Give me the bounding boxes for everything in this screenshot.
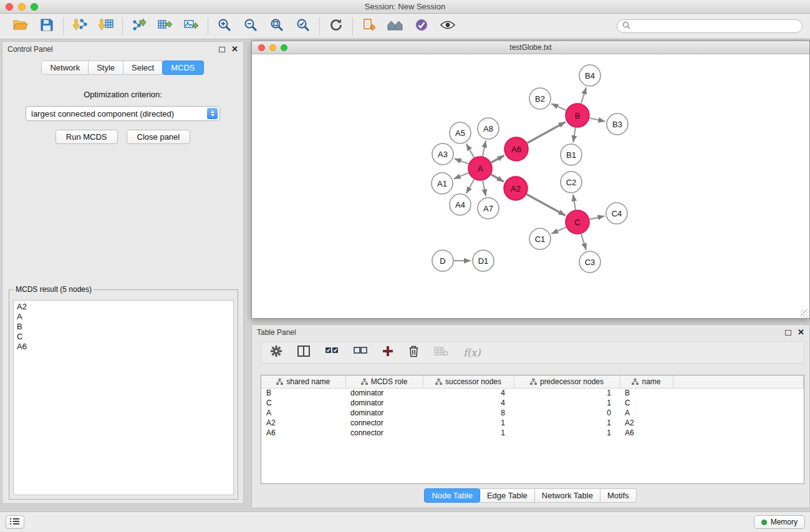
delete-column-button[interactable] xyxy=(408,345,419,360)
close-panel-button[interactable]: Close panel xyxy=(127,130,191,144)
graph-node-A6[interactable]: A6 xyxy=(504,137,528,161)
import-network-button[interactable] xyxy=(67,16,93,37)
column-header-name[interactable]: name xyxy=(620,375,673,388)
table-options-button[interactable] xyxy=(434,346,448,359)
tab-style[interactable]: Style xyxy=(88,60,123,75)
graph-edge-A-A3[interactable] xyxy=(455,158,469,164)
run-mcds-button[interactable]: Run MCDS xyxy=(55,130,118,144)
column-header-shared-name[interactable]: shared name xyxy=(261,375,345,388)
graph-node-B1[interactable]: B1 xyxy=(561,144,582,165)
minimize-window-button[interactable] xyxy=(18,3,26,11)
export-image-button[interactable] xyxy=(178,16,205,37)
show-panel-list-button[interactable] xyxy=(6,515,24,529)
zoom-out-button[interactable] xyxy=(238,16,264,37)
tab-edge-table[interactable]: Edge Table xyxy=(480,488,535,503)
column-header-successor-nodes[interactable]: successor nodes xyxy=(423,375,514,388)
tab-select[interactable]: Select xyxy=(123,60,163,75)
open-session-button[interactable] xyxy=(7,16,34,37)
refresh-button[interactable] xyxy=(323,16,349,37)
memory-button[interactable]: Memory xyxy=(754,515,805,529)
network-zoom-button[interactable] xyxy=(281,44,287,51)
table-row[interactable]: Cdominator41C xyxy=(261,398,804,408)
mcds-result-item[interactable]: A xyxy=(17,312,230,322)
zoom-window-button[interactable] xyxy=(31,3,38,11)
graph-node-A2[interactable]: A2 xyxy=(504,177,528,200)
graph-node-B3[interactable]: B3 xyxy=(607,114,628,135)
graph-edge-A-A1[interactable] xyxy=(454,173,469,178)
show-hide-button[interactable] xyxy=(435,16,461,37)
table-row[interactable]: A6connector11A6 xyxy=(261,428,804,438)
graph-node-B2[interactable]: B2 xyxy=(529,88,551,109)
close-table-panel-icon[interactable]: ✕ xyxy=(798,329,804,336)
tab-network-table[interactable]: Network Table xyxy=(534,488,600,503)
graph-node-A4[interactable]: A4 xyxy=(450,194,471,215)
graph-edge-C-C2[interactable] xyxy=(573,195,576,210)
apply-style-button[interactable] xyxy=(408,16,435,37)
mcds-result-item[interactable]: C xyxy=(17,332,230,342)
network-minimize-button[interactable] xyxy=(269,44,276,51)
float-panel-icon[interactable] xyxy=(219,47,225,52)
deselect-all-button[interactable] xyxy=(354,346,367,359)
graph-edge-B-B3[interactable] xyxy=(590,118,605,121)
graph-edge-A6-B[interactable] xyxy=(528,122,566,143)
resize-grip[interactable] xyxy=(801,309,809,317)
close-window-button[interactable] xyxy=(6,3,13,11)
graph-node-D[interactable]: D xyxy=(432,250,453,271)
graph-node-A8[interactable]: A8 xyxy=(478,118,499,139)
graph-node-A1[interactable]: A1 xyxy=(432,173,453,194)
select-all-button[interactable] xyxy=(325,346,339,359)
graph-edge-A-A4[interactable] xyxy=(466,180,475,194)
graph-edge-B-B1[interactable] xyxy=(573,128,576,142)
mcds-result-item[interactable]: B xyxy=(17,322,230,332)
graph-node-C1[interactable]: C1 xyxy=(529,228,551,249)
graph-edge-B-B4[interactable] xyxy=(581,87,586,104)
graph-edge-A-A6[interactable] xyxy=(491,155,504,162)
graph-edge-A-A8[interactable] xyxy=(483,141,486,157)
graph-edge-C-C4[interactable] xyxy=(590,216,605,219)
zoom-selected-button[interactable] xyxy=(290,16,316,37)
zoom-fit-button[interactable] xyxy=(264,16,290,37)
mcds-result-item[interactable]: A6 xyxy=(17,342,230,352)
column-header-predecessor-nodes[interactable]: predecessor nodes xyxy=(514,375,620,388)
import-table-button[interactable] xyxy=(93,16,119,37)
float-table-panel-icon[interactable] xyxy=(785,330,791,336)
graph-node-D1[interactable]: D1 xyxy=(473,250,494,271)
function-builder-button[interactable]: f(x) xyxy=(463,347,480,359)
graph-edge-A-A5[interactable] xyxy=(466,143,474,157)
zoom-in-button[interactable] xyxy=(211,16,238,37)
graph-node-C[interactable]: C xyxy=(566,210,589,234)
graph-edge-B-B2[interactable] xyxy=(551,104,566,110)
graph-node-C4[interactable]: C4 xyxy=(606,203,627,224)
graph-node-C3[interactable]: C3 xyxy=(579,251,600,273)
table-row[interactable]: A2connector11A2 xyxy=(261,418,804,428)
graph-node-C2[interactable]: C2 xyxy=(561,172,582,193)
tab-network[interactable]: Network xyxy=(41,60,89,75)
graph-node-B[interactable]: B xyxy=(566,104,589,127)
tab-motifs[interactable]: Motifs xyxy=(600,488,637,503)
show-columns-button[interactable] xyxy=(297,346,310,359)
graph-node-A3[interactable]: A3 xyxy=(432,143,453,165)
network-canvas[interactable]: B4B2BB3A5A8A6A3B1AC2A1A2A4A7C4CC1C3DD1 xyxy=(252,54,809,318)
graph-edge-A-A7[interactable] xyxy=(483,181,486,196)
close-panel-icon[interactable]: ✕ xyxy=(231,46,238,52)
graph-edge-C-C3[interactable] xyxy=(581,234,586,250)
graph-edge-A-A2[interactable] xyxy=(491,175,503,181)
tab-node-table[interactable]: Node Table xyxy=(424,488,480,503)
criterion-dropdown[interactable]: largest connected component (directed) xyxy=(26,106,220,121)
export-network-button[interactable] xyxy=(126,16,152,37)
table-settings-button[interactable] xyxy=(270,345,282,360)
graph-edge-C-C1[interactable] xyxy=(551,227,566,234)
graph-node-A[interactable]: A xyxy=(468,157,492,180)
save-session-button[interactable] xyxy=(34,16,60,37)
mcds-result-item[interactable]: A2 xyxy=(17,302,230,312)
tab-mcds[interactable]: MCDS xyxy=(162,60,203,75)
home-button[interactable] xyxy=(382,16,408,37)
duplicate-network-button[interactable] xyxy=(356,16,382,37)
search-input[interactable] xyxy=(634,22,797,31)
graph-node-A5[interactable]: A5 xyxy=(450,122,471,143)
graph-node-A7[interactable]: A7 xyxy=(478,198,499,219)
table-row[interactable]: Bdominator41B xyxy=(261,388,804,398)
table-row[interactable]: Adominator80A xyxy=(261,408,804,418)
graph-node-B4[interactable]: B4 xyxy=(579,65,600,86)
network-close-button[interactable] xyxy=(258,44,265,51)
